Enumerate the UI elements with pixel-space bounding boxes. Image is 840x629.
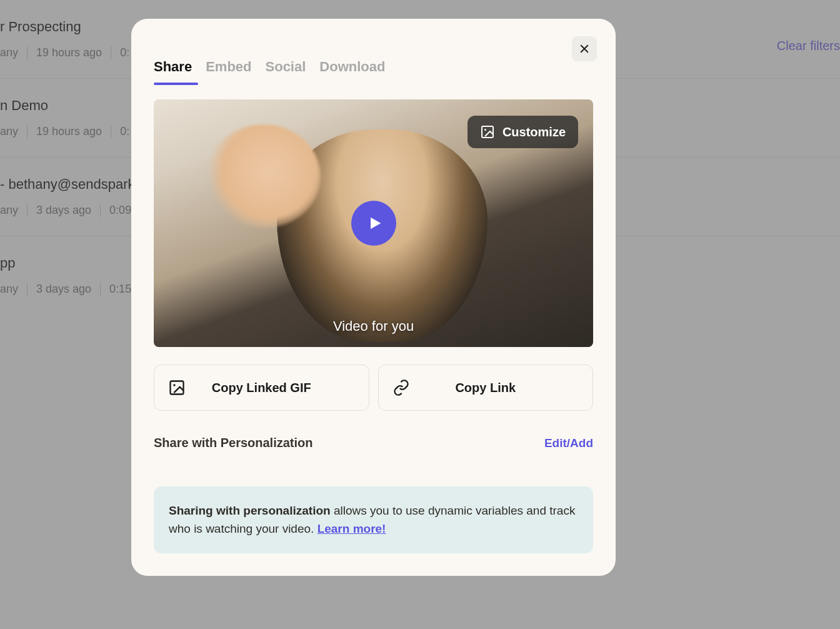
copy-link-label: Copy Link: [379, 381, 593, 395]
customize-button[interactable]: Customize: [468, 116, 578, 148]
tab-download[interactable]: Download: [319, 59, 385, 84]
svg-point-3: [173, 384, 176, 386]
image-icon: [480, 124, 495, 139]
copy-gif-label: Copy Linked GIF: [154, 381, 369, 395]
tab-social[interactable]: Social: [266, 59, 306, 84]
close-icon: [579, 43, 590, 54]
play-button[interactable]: [351, 201, 396, 246]
video-thumbnail[interactable]: Customize Video for you: [154, 99, 593, 347]
personalization-section-title: Share with Personalization: [154, 436, 313, 450]
tab-share[interactable]: Share: [154, 59, 192, 84]
share-modal: Share Embed Social Download Customize Vi…: [131, 19, 616, 576]
image-icon: [168, 379, 186, 396]
edit-add-link[interactable]: Edit/Add: [544, 436, 593, 450]
customize-label: Customize: [502, 125, 566, 139]
video-caption: Video for you: [154, 318, 593, 335]
svg-point-1: [484, 129, 486, 131]
close-button[interactable]: [572, 36, 597, 61]
link-icon: [392, 379, 410, 396]
play-icon: [366, 214, 384, 232]
personalization-info-box: Sharing with personalization allows you …: [154, 486, 593, 553]
learn-more-link[interactable]: Learn more!: [318, 522, 386, 535]
copy-linked-gif-button[interactable]: Copy Linked GIF: [154, 365, 369, 411]
info-bold: Sharing with personalization: [169, 504, 331, 517]
copy-link-button[interactable]: Copy Link: [378, 365, 594, 411]
modal-tabs: Share Embed Social Download: [154, 59, 593, 84]
tab-embed[interactable]: Embed: [206, 59, 251, 84]
